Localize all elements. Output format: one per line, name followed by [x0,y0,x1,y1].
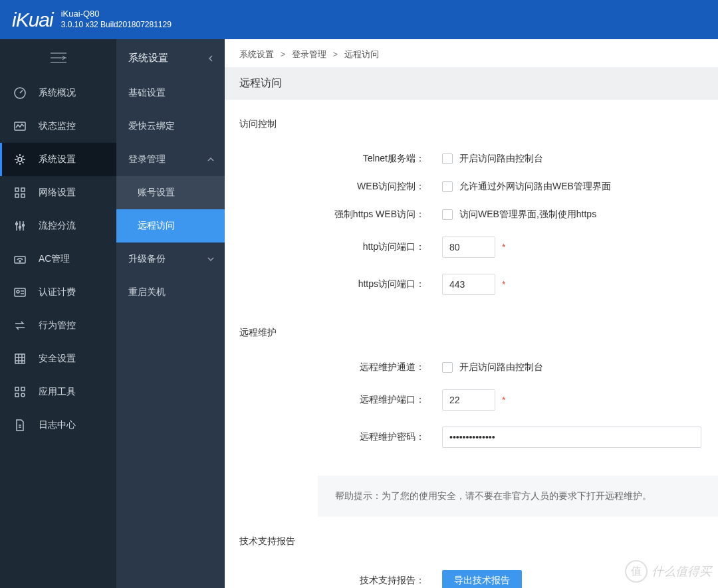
required-mark: * [502,395,505,405]
wifi-icon [13,252,27,266]
sub-item-remote[interactable]: 远程访问 [116,209,225,243]
document-icon [13,419,27,432]
svg-rect-30 [15,393,19,397]
sidebar-item-security[interactable]: 安全设置 [0,342,116,375]
sidebar-item-label: 流控分流 [39,220,76,232]
required-mark: * [502,242,505,252]
sliders-icon [13,219,27,233]
section-title: 访问控制 [239,118,703,130]
force-https-label: 强制https WEB访问： [239,209,442,221]
gear-icon [13,153,27,166]
report-label: 技术支持报告： [239,575,442,587]
sub-item-upgrade[interactable]: 升级备份 [116,243,225,276]
svg-rect-10 [21,194,25,197]
content-area: 系统设置 > 登录管理 > 远程访问 远程访问 访问控制 Telnet服务端： … [225,39,718,588]
maint-channel-label: 远程维护通道： [239,361,442,373]
section-title: 远程维护 [239,327,703,339]
svg-rect-29 [21,387,25,391]
gauge-icon [13,86,27,100]
header-meta: iKuai-Q80 3.0.10 x32 Build201807281129 [61,9,172,30]
sub-item-reboot[interactable]: 重启关机 [116,276,225,309]
svg-line-4 [20,90,23,93]
page-title: 远程访问 [225,67,718,100]
maint-port-label: 远程维护端口： [239,394,442,406]
app-header: iKuai iKuai-Q80 3.0.10 x32 Build20180728… [0,0,718,39]
watermark-badge: 值 [625,560,648,583]
http-port-label: http访问端口： [239,241,442,253]
sidebar-item-auth[interactable]: 认证计费 [0,276,116,309]
grid-icon [13,352,27,365]
force-https-chk-label: 访问WEB管理界面,强制使用https [459,209,596,221]
svg-point-20 [17,290,19,293]
sidebar-item-label: 系统概况 [39,87,76,99]
watermark: 值 什么值得买 [625,560,711,583]
telnet-label: Telnet服务端： [239,153,442,165]
svg-rect-7 [15,188,19,191]
maint-port-input[interactable] [442,389,495,411]
https-port-label: https访问端口： [239,278,442,290]
help-tip: 帮助提示：为了您的使用安全，请不要在非官方人员的要求下打开远程维护。 [318,476,718,517]
sidebar-item-label: 应用工具 [39,386,76,398]
monitor-icon [13,120,27,133]
chevron-down-icon [207,254,214,264]
chevron-left-icon[interactable] [207,52,214,64]
sub-item-cloud[interactable]: 爱快云绑定 [116,110,225,143]
apps-icon [13,385,27,399]
svg-point-31 [21,393,25,397]
sidebar-item-flow[interactable]: 流控分流 [0,209,116,243]
sidebar-item-behavior[interactable]: 行为管控 [0,309,116,342]
network-icon [13,186,27,199]
sidebar-item-monitor[interactable]: 状态监控 [0,110,116,143]
maint-pwd-input[interactable] [442,427,701,448]
web-access-chk-label: 允许通过外网访问路由WEB管理界面 [459,181,611,193]
primary-sidebar: 系统概况 状态监控 系统设置 网络设置 流控分流 AC管理 [0,39,116,588]
sidebar-collapse-button[interactable] [0,39,116,76]
secondary-sidebar: 系统设置 基础设置 爱快云绑定 登录管理 账号设置 远程访问 升级备份 重启关机 [116,39,225,588]
sub-item-account[interactable]: 账号设置 [116,176,225,209]
svg-rect-9 [15,194,19,197]
section-remote-maint: 远程维护 远程维护通道： 开启访问路由控制台 远程维护端口： * [225,308,718,529]
export-report-button[interactable]: 导出技术报告 [442,570,522,588]
maint-channel-checkbox[interactable] [442,362,453,373]
web-access-checkbox[interactable] [442,181,453,192]
sidebar-item-label: 日志中心 [39,419,76,431]
watermark-text: 什么值得买 [652,563,711,579]
maint-channel-chk-label: 开启访问路由控制台 [459,361,543,373]
secondary-sidebar-title: 系统设置 [116,39,225,76]
section-access-control: 访问控制 Telnet服务端： 开启访问路由控制台 WEB访问控制： 允许通过外… [225,100,718,308]
sidebar-item-overview[interactable]: 系统概况 [0,76,116,110]
https-port-input[interactable] [442,274,495,295]
breadcrumb-part: 远程访问 [344,49,379,59]
svg-point-6 [18,157,22,161]
sidebar-item-label: 行为管控 [39,320,76,332]
telnet-checkbox[interactable] [442,153,453,164]
sidebar-item-ac[interactable]: AC管理 [0,243,116,276]
chevron-up-icon [207,154,214,165]
logo: iKuai [12,9,53,31]
sidebar-item-label: 认证计费 [39,286,76,298]
required-mark: * [502,279,505,290]
sidebar-item-tools[interactable]: 应用工具 [0,375,116,409]
sidebar-item-system[interactable]: 系统设置 [0,143,116,176]
breadcrumb-part[interactable]: 登录管理 [292,49,326,59]
breadcrumb: 系统设置 > 登录管理 > 远程访问 [225,39,718,67]
collapse-icon [49,50,68,65]
sub-item-login[interactable]: 登录管理 [116,143,225,176]
breadcrumb-part[interactable]: 系统设置 [239,49,274,59]
http-port-input[interactable] [442,237,495,258]
sidebar-item-network[interactable]: 网络设置 [0,176,116,209]
sub-item-basic[interactable]: 基础设置 [116,76,225,110]
swap-icon [13,319,27,332]
sidebar-item-logs[interactable]: 日志中心 [0,409,116,442]
force-https-checkbox[interactable] [442,209,453,220]
svg-point-18 [19,260,21,262]
sidebar-item-label: 状态监控 [39,120,76,132]
sidebar-item-label: AC管理 [39,253,70,265]
id-icon [13,286,27,299]
maint-pwd-label: 远程维护密码： [239,431,442,443]
version-string: 3.0.10 x32 Build201807281129 [61,20,172,31]
svg-rect-8 [21,188,25,191]
sidebar-item-label: 网络设置 [39,187,76,199]
telnet-chk-label: 开启访问路由控制台 [459,153,543,165]
svg-rect-23 [15,354,25,363]
